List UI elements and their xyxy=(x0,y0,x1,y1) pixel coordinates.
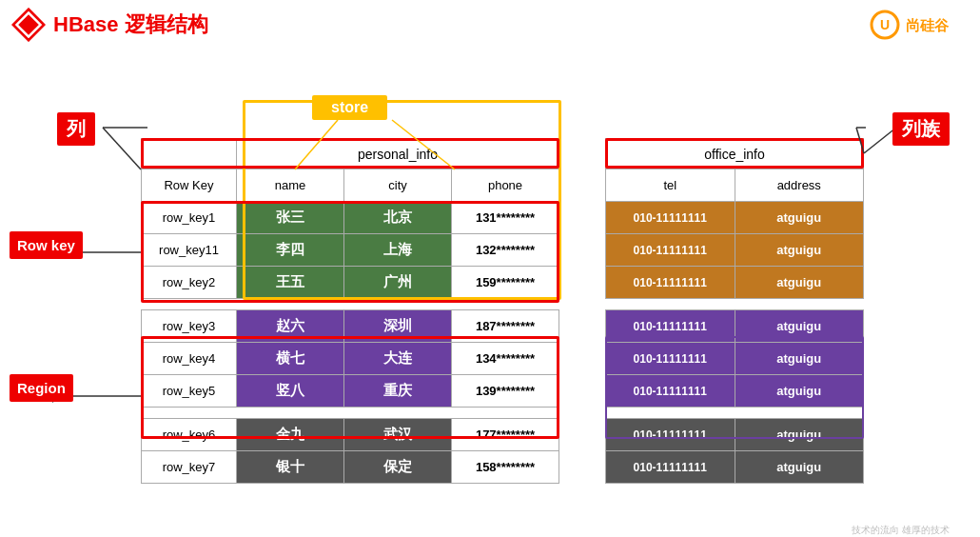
table-row: row_key7 银十 保定 158******** xyxy=(142,451,559,484)
cell-tel-8: 010-11111111 xyxy=(606,451,735,484)
personal-info-border xyxy=(141,138,559,169)
label-rowkey: Row key xyxy=(10,231,83,259)
header-logo-right: U 尚硅谷 xyxy=(870,8,965,42)
cell-name-8: 银十 xyxy=(237,451,344,484)
region-office-border xyxy=(605,336,864,439)
office-row: 010-11111111 atguigu xyxy=(606,202,864,234)
cell-tel-1: 010-11111111 xyxy=(606,202,735,234)
cell-address-1: atguigu xyxy=(735,202,864,234)
cell-address-2: atguigu xyxy=(735,234,864,267)
cell-tel-3: 010-11111111 xyxy=(606,267,735,299)
label-lie: 列 xyxy=(57,112,95,146)
svg-line-5 xyxy=(103,128,141,169)
col-header-address: address xyxy=(735,169,864,202)
label-region: Region xyxy=(10,374,73,402)
office-info-border xyxy=(605,138,864,169)
office-row: 010-11111111 atguigu xyxy=(606,267,864,299)
cell-phone-8: 158******** xyxy=(452,451,559,484)
store-label: store xyxy=(312,95,387,120)
header-logo-left: HBase 逻辑结构 xyxy=(11,8,208,42)
rowkey-section-border xyxy=(141,201,559,303)
svg-line-14 xyxy=(864,128,896,153)
diamond-icon xyxy=(11,8,46,42)
region-section-border xyxy=(141,336,559,439)
cell-address-8: atguigu xyxy=(735,451,864,484)
col-header-tel: tel xyxy=(606,169,735,202)
office-row: 010-11111111 atguigu xyxy=(606,451,864,484)
cell-city-8: 保定 xyxy=(344,451,452,484)
col-header-rowkey: Row Key xyxy=(142,169,237,202)
svg-text:尚硅谷: 尚硅谷 xyxy=(906,17,950,33)
office-gap xyxy=(606,299,864,310)
footer-text: 技术的流向 雄厚的技术 xyxy=(852,524,950,537)
page-title: HBase 逻辑结构 xyxy=(53,10,208,39)
office-row: 010-11111111 atguigu xyxy=(606,234,864,267)
cell-tel-2: 010-11111111 xyxy=(606,234,735,267)
label-lizu: 列族 xyxy=(892,112,950,146)
cell-address-3: atguigu xyxy=(735,267,864,299)
logo-right-icon: U 尚硅谷 xyxy=(870,8,965,42)
svg-text:U: U xyxy=(880,17,890,32)
cell-rowkey-8: row_key7 xyxy=(142,451,237,484)
office-header-row2: tel address xyxy=(606,169,864,202)
